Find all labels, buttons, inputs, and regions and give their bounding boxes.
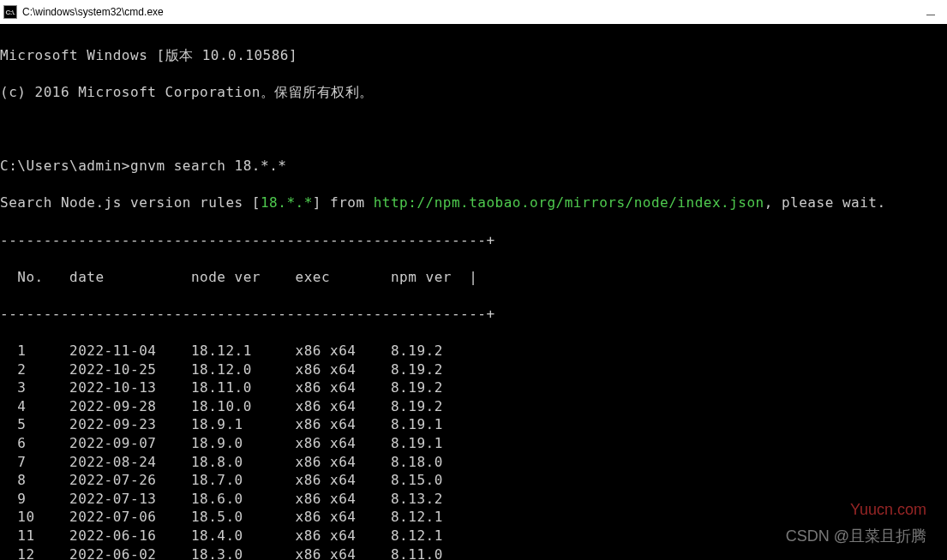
table-row: 9 2022-07-13 18.6.0 x86 x64 8.13.2 <box>0 490 947 509</box>
minimize-icon[interactable] <box>926 15 935 15</box>
blank-line <box>0 120 947 139</box>
watermark-csdn: CSDN @且菜且折腾 <box>786 526 926 546</box>
divider-top: ----------------------------------------… <box>0 231 947 250</box>
header-line-2: (c) 2016 Microsoft Corporation。保留所有权利。 <box>0 83 947 102</box>
table-row: 2 2022-10-25 18.12.0 x86 x64 8.19.2 <box>0 360 947 379</box>
prompt-command-line: C:\Users\admin>gnvm search 18.*.* <box>0 157 947 176</box>
titlebar-controls <box>926 9 944 15</box>
prompt-path: C:\Users\admin> <box>0 158 130 174</box>
command-text: gnvm search 18.*.* <box>130 158 286 174</box>
mirror-url: http://npm.taobao.org/mirrors/node/index… <box>374 194 764 211</box>
table-row: 1 2022-11-04 18.12.1 x86 x64 8.19.2 <box>0 342 947 360</box>
terminal-output[interactable]: Microsoft Windows [版本 10.0.10586] (c) 20… <box>0 24 947 560</box>
window-title: C:\windows\system32\cmd.exe <box>22 6 164 18</box>
table-row: 6 2022-09-07 18.9.0 x86 x64 8.19.1 <box>0 434 947 453</box>
cmd-icon: C:\. <box>3 5 17 19</box>
titlebar-left: C:\. C:\windows\system32\cmd.exe <box>3 5 164 19</box>
watermark-yuucn: Yuucn.com <box>850 501 926 519</box>
divider-mid: ----------------------------------------… <box>0 305 947 324</box>
header-line-1: Microsoft Windows [版本 10.0.10586] <box>0 46 947 65</box>
window-titlebar: C:\. C:\windows\system32\cmd.exe <box>0 0 947 24</box>
table-row: 4 2022-09-28 18.10.0 x86 x64 8.19.2 <box>0 397 947 416</box>
table-row: 5 2022-09-23 18.9.1 x86 x64 8.19.1 <box>0 415 947 434</box>
table-row: 3 2022-10-13 18.11.0 x86 x64 8.19.2 <box>0 378 947 397</box>
search-status-line: Search Node.js version rules [18.*.*] fr… <box>0 194 947 212</box>
table-row: 7 2022-08-24 18.8.0 x86 x64 8.18.0 <box>0 453 947 472</box>
table-row: 8 2022-07-26 18.7.0 x86 x64 8.15.0 <box>0 471 947 490</box>
table-header-row: No. date node ver exec npm ver | <box>0 268 947 287</box>
table-row: 10 2022-07-06 18.5.0 x86 x64 8.12.1 <box>0 508 947 527</box>
search-pattern: 18.*.* <box>261 194 313 211</box>
table-row: 12 2022-06-02 18.3.0 x86 x64 8.11.0 <box>0 545 947 560</box>
